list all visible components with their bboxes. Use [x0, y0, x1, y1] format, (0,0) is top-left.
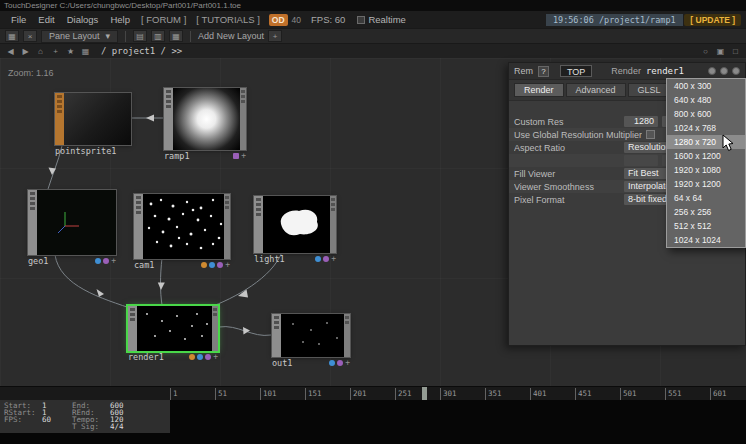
menu-item-resolution[interactable]: 1024 x 768: [667, 121, 745, 135]
menu-item-resolution[interactable]: 640 x 480: [667, 93, 745, 107]
node-viewer[interactable]: [143, 194, 224, 259]
menu-item-resolution[interactable]: 800 x 600: [667, 107, 745, 121]
add-new-layout-button[interactable]: Add New Layout: [198, 31, 264, 41]
playhead-marker[interactable]: [422, 387, 427, 400]
grid-icon[interactable]: ▦: [5, 30, 19, 42]
pickable-flag[interactable]: [189, 354, 195, 360]
star-icon[interactable]: ★: [65, 47, 76, 56]
tutorials-link[interactable]: [ TUTORIALS ]: [191, 14, 265, 25]
node-ramp1[interactable]: ramp1 +: [164, 88, 246, 161]
menu-help[interactable]: Help: [104, 14, 136, 25]
tab-glsl[interactable]: GLSL: [628, 83, 671, 97]
pane-split-top-icon[interactable]: ▥: [151, 30, 165, 42]
realtime-checkbox[interactable]: [357, 16, 365, 24]
menu-item-resolution[interactable]: 1920 x 1080: [667, 163, 745, 177]
help-icon[interactable]: ?: [538, 66, 549, 77]
node-light1[interactable]: light1 +: [254, 196, 336, 262]
tab-advanced[interactable]: Advanced: [566, 83, 626, 97]
node-flag-strip[interactable]: [272, 314, 281, 357]
menu-item-resolution-highlighted[interactable]: 1280 x 720: [667, 135, 745, 149]
pane-split-left-icon[interactable]: ▤: [133, 30, 147, 42]
node-viewer[interactable]: [173, 88, 240, 150]
render-flag[interactable]: [315, 256, 321, 262]
render-flag[interactable]: [329, 360, 335, 366]
display-flag[interactable]: [233, 153, 239, 159]
node-flag-strip-right[interactable]: [224, 194, 230, 259]
display-flag[interactable]: [337, 360, 343, 366]
update-button[interactable]: [ UPDATE ]: [684, 14, 741, 26]
plus-icon[interactable]: +: [345, 360, 350, 366]
node-flag-strip[interactable]: [128, 306, 137, 351]
resolution-dropdown-menu: 400 x 300 640 x 480 800 x 600 1024 x 768…: [666, 78, 746, 248]
node-flag-strip[interactable]: [254, 196, 263, 253]
comment-icon[interactable]: [708, 67, 716, 75]
breadcrumb[interactable]: / project1 / >>: [101, 46, 182, 56]
render-flag[interactable]: [209, 262, 215, 268]
menu-item-resolution[interactable]: 1024 x 1024: [667, 233, 745, 247]
node-viewer[interactable]: [37, 190, 116, 255]
pane-split-quad-icon[interactable]: ▦: [169, 30, 183, 42]
plus-icon[interactable]: +: [331, 256, 336, 262]
node-flag-strip[interactable]: [164, 88, 173, 150]
close-icon[interactable]: ×: [23, 30, 37, 42]
forward-icon[interactable]: ▶: [20, 47, 31, 56]
menu-item-resolution[interactable]: 256 x 256: [667, 205, 745, 219]
checkbox-icon[interactable]: [646, 130, 655, 139]
plus-icon[interactable]: +: [241, 153, 246, 159]
display-flag[interactable]: [217, 262, 223, 268]
menu-item-resolution[interactable]: 1600 x 1200: [667, 149, 745, 163]
pane-layout-dropdown[interactable]: Pane Layout ▾: [41, 30, 118, 43]
node-flag-strip[interactable]: [55, 93, 64, 145]
menu-item-resolution[interactable]: 1920 x 1200: [667, 177, 745, 191]
node-flag-strip-right[interactable]: [344, 314, 350, 357]
plus-icon[interactable]: +: [213, 354, 218, 360]
menu-item-resolution[interactable]: 400 x 300: [667, 79, 745, 93]
tab-render[interactable]: Render: [514, 83, 564, 97]
plus-icon[interactable]: +: [268, 30, 282, 42]
node-viewer[interactable]: [263, 196, 330, 253]
menu-item-resolution[interactable]: 64 x 64: [667, 191, 745, 205]
node-pointsprite1[interactable]: pointsprite1: [55, 93, 131, 156]
menu-item-resolution[interactable]: 512 x 512: [667, 219, 745, 233]
node-out1[interactable]: out1 +: [272, 314, 350, 366]
menu-dialogs[interactable]: Dialogs: [61, 14, 105, 25]
node-geo1[interactable]: geo1 +: [28, 190, 116, 264]
language-icon[interactable]: [720, 67, 728, 75]
display-flag[interactable]: [323, 256, 329, 262]
op-family-chip[interactable]: TOP: [560, 65, 592, 77]
node-viewer[interactable]: [137, 306, 212, 351]
display-flag[interactable]: [103, 258, 109, 264]
grid-icon[interactable]: ▦: [80, 47, 91, 56]
od-badge[interactable]: OD: [269, 14, 288, 26]
back-icon[interactable]: ◀: [5, 47, 16, 56]
plus-icon[interactable]: +: [111, 258, 116, 264]
menu-edit[interactable]: Edit: [32, 14, 60, 25]
box-icon[interactable]: ▣: [715, 47, 726, 56]
forum-link[interactable]: [ FORUM ]: [136, 14, 191, 25]
node-flag-strip[interactable]: [134, 194, 143, 259]
node-cam1[interactable]: cam1 +: [134, 194, 230, 268]
custom-res-width-field[interactable]: 1280: [624, 116, 658, 127]
op-name[interactable]: render1: [646, 66, 684, 76]
render-flag[interactable]: [197, 354, 203, 360]
display-flag[interactable]: [205, 354, 211, 360]
node-render1[interactable]: render1 +: [128, 306, 218, 360]
circle-icon[interactable]: ○: [700, 47, 711, 56]
node-flag-strip[interactable]: [28, 190, 37, 255]
fps-value[interactable]: 60: [42, 416, 72, 423]
square-icon[interactable]: □: [730, 47, 741, 56]
plus-icon[interactable]: +: [225, 262, 230, 268]
tsig-value[interactable]: 4/4: [110, 423, 140, 430]
render-flag[interactable]: [95, 258, 101, 264]
node-flag-strip-right[interactable]: [212, 306, 218, 351]
plus-icon[interactable]: +: [50, 47, 61, 56]
node-viewer[interactable]: [64, 93, 131, 145]
gear-icon[interactable]: [732, 67, 740, 75]
pickable-flag[interactable]: [201, 262, 207, 268]
node-viewer[interactable]: [281, 314, 344, 357]
timeline-ruler[interactable]: 1 51 101 151 201 251 301 351 401 451 501…: [0, 386, 746, 400]
node-flag-strip-right[interactable]: [330, 196, 336, 253]
home-icon[interactable]: ⌂: [35, 47, 46, 56]
menu-file[interactable]: File: [5, 14, 32, 25]
node-flag-strip-right[interactable]: [240, 88, 246, 150]
